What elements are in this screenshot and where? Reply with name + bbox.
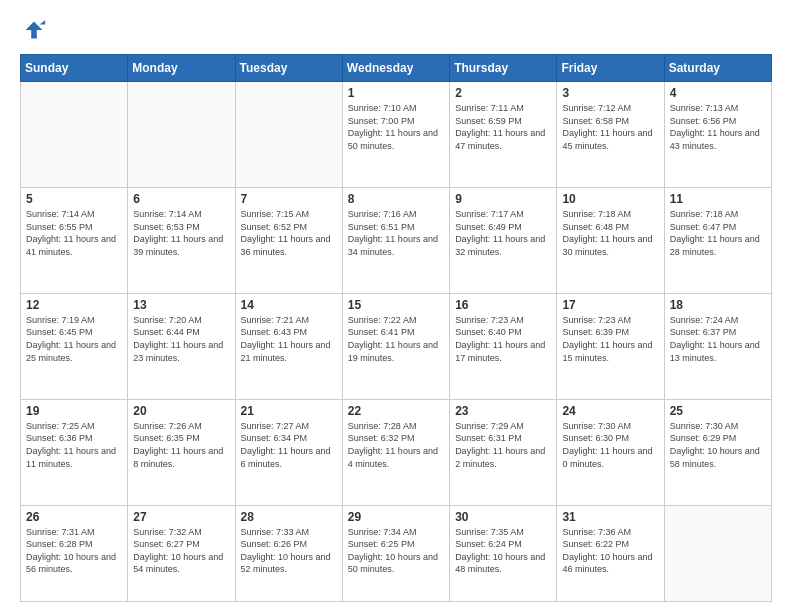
- calendar-header-thursday: Thursday: [450, 55, 557, 82]
- calendar-cell-4-6: 24Sunrise: 7:30 AMSunset: 6:30 PMDayligh…: [557, 399, 664, 505]
- calendar-cell-2-1: 5Sunrise: 7:14 AMSunset: 6:55 PMDaylight…: [21, 187, 128, 293]
- header: [20, 16, 772, 44]
- day-detail: Sunrise: 7:17 AMSunset: 6:49 PMDaylight:…: [455, 208, 551, 258]
- calendar-cell-5-1: 26Sunrise: 7:31 AMSunset: 6:28 PMDayligh…: [21, 505, 128, 601]
- day-detail: Sunrise: 7:28 AMSunset: 6:32 PMDaylight:…: [348, 420, 444, 470]
- calendar-week-1: 1Sunrise: 7:10 AMSunset: 7:00 PMDaylight…: [21, 82, 772, 188]
- calendar-cell-2-6: 10Sunrise: 7:18 AMSunset: 6:48 PMDayligh…: [557, 187, 664, 293]
- day-detail: Sunrise: 7:15 AMSunset: 6:52 PMDaylight:…: [241, 208, 337, 258]
- calendar-cell-3-1: 12Sunrise: 7:19 AMSunset: 6:45 PMDayligh…: [21, 293, 128, 399]
- day-detail: Sunrise: 7:19 AMSunset: 6:45 PMDaylight:…: [26, 314, 122, 364]
- day-number: 8: [348, 192, 444, 206]
- day-detail: Sunrise: 7:16 AMSunset: 6:51 PMDaylight:…: [348, 208, 444, 258]
- day-number: 23: [455, 404, 551, 418]
- day-detail: Sunrise: 7:18 AMSunset: 6:48 PMDaylight:…: [562, 208, 658, 258]
- day-detail: Sunrise: 7:13 AMSunset: 6:56 PMDaylight:…: [670, 102, 766, 152]
- day-detail: Sunrise: 7:12 AMSunset: 6:58 PMDaylight:…: [562, 102, 658, 152]
- calendar-cell-3-4: 15Sunrise: 7:22 AMSunset: 6:41 PMDayligh…: [342, 293, 449, 399]
- day-number: 27: [133, 510, 229, 524]
- calendar-cell-4-2: 20Sunrise: 7:26 AMSunset: 6:35 PMDayligh…: [128, 399, 235, 505]
- logo: [20, 16, 52, 44]
- calendar-cell-5-5: 30Sunrise: 7:35 AMSunset: 6:24 PMDayligh…: [450, 505, 557, 601]
- day-number: 10: [562, 192, 658, 206]
- day-detail: Sunrise: 7:11 AMSunset: 6:59 PMDaylight:…: [455, 102, 551, 152]
- day-number: 31: [562, 510, 658, 524]
- day-detail: Sunrise: 7:10 AMSunset: 7:00 PMDaylight:…: [348, 102, 444, 152]
- calendar-cell-3-2: 13Sunrise: 7:20 AMSunset: 6:44 PMDayligh…: [128, 293, 235, 399]
- day-detail: Sunrise: 7:29 AMSunset: 6:31 PMDaylight:…: [455, 420, 551, 470]
- calendar-cell-1-5: 2Sunrise: 7:11 AMSunset: 6:59 PMDaylight…: [450, 82, 557, 188]
- calendar-cell-4-3: 21Sunrise: 7:27 AMSunset: 6:34 PMDayligh…: [235, 399, 342, 505]
- day-number: 24: [562, 404, 658, 418]
- calendar-cell-2-7: 11Sunrise: 7:18 AMSunset: 6:47 PMDayligh…: [664, 187, 771, 293]
- calendar-header-saturday: Saturday: [664, 55, 771, 82]
- day-number: 22: [348, 404, 444, 418]
- calendar-cell-5-7: [664, 505, 771, 601]
- day-number: 26: [26, 510, 122, 524]
- day-number: 29: [348, 510, 444, 524]
- calendar-cell-1-2: [128, 82, 235, 188]
- day-detail: Sunrise: 7:33 AMSunset: 6:26 PMDaylight:…: [241, 526, 337, 576]
- day-number: 15: [348, 298, 444, 312]
- calendar-header-wednesday: Wednesday: [342, 55, 449, 82]
- logo-icon: [20, 16, 48, 44]
- day-number: 25: [670, 404, 766, 418]
- day-number: 28: [241, 510, 337, 524]
- calendar-table: SundayMondayTuesdayWednesdayThursdayFrid…: [20, 54, 772, 602]
- day-detail: Sunrise: 7:30 AMSunset: 6:30 PMDaylight:…: [562, 420, 658, 470]
- day-detail: Sunrise: 7:25 AMSunset: 6:36 PMDaylight:…: [26, 420, 122, 470]
- calendar-cell-5-2: 27Sunrise: 7:32 AMSunset: 6:27 PMDayligh…: [128, 505, 235, 601]
- day-number: 1: [348, 86, 444, 100]
- calendar-header-friday: Friday: [557, 55, 664, 82]
- calendar-cell-1-6: 3Sunrise: 7:12 AMSunset: 6:58 PMDaylight…: [557, 82, 664, 188]
- day-number: 6: [133, 192, 229, 206]
- calendar-cell-3-5: 16Sunrise: 7:23 AMSunset: 6:40 PMDayligh…: [450, 293, 557, 399]
- day-number: 11: [670, 192, 766, 206]
- day-detail: Sunrise: 7:20 AMSunset: 6:44 PMDaylight:…: [133, 314, 229, 364]
- calendar-cell-1-3: [235, 82, 342, 188]
- calendar-cell-4-4: 22Sunrise: 7:28 AMSunset: 6:32 PMDayligh…: [342, 399, 449, 505]
- day-number: 30: [455, 510, 551, 524]
- day-number: 13: [133, 298, 229, 312]
- day-detail: Sunrise: 7:14 AMSunset: 6:53 PMDaylight:…: [133, 208, 229, 258]
- day-number: 16: [455, 298, 551, 312]
- calendar-header-sunday: Sunday: [21, 55, 128, 82]
- day-number: 2: [455, 86, 551, 100]
- day-detail: Sunrise: 7:23 AMSunset: 6:39 PMDaylight:…: [562, 314, 658, 364]
- day-detail: Sunrise: 7:22 AMSunset: 6:41 PMDaylight:…: [348, 314, 444, 364]
- day-number: 4: [670, 86, 766, 100]
- calendar-cell-3-6: 17Sunrise: 7:23 AMSunset: 6:39 PMDayligh…: [557, 293, 664, 399]
- calendar-cell-1-7: 4Sunrise: 7:13 AMSunset: 6:56 PMDaylight…: [664, 82, 771, 188]
- calendar-header-monday: Monday: [128, 55, 235, 82]
- day-detail: Sunrise: 7:32 AMSunset: 6:27 PMDaylight:…: [133, 526, 229, 576]
- calendar-cell-1-1: [21, 82, 128, 188]
- day-number: 3: [562, 86, 658, 100]
- day-number: 21: [241, 404, 337, 418]
- day-number: 18: [670, 298, 766, 312]
- calendar-cell-5-6: 31Sunrise: 7:36 AMSunset: 6:22 PMDayligh…: [557, 505, 664, 601]
- calendar-cell-3-7: 18Sunrise: 7:24 AMSunset: 6:37 PMDayligh…: [664, 293, 771, 399]
- calendar-cell-3-3: 14Sunrise: 7:21 AMSunset: 6:43 PMDayligh…: [235, 293, 342, 399]
- day-number: 12: [26, 298, 122, 312]
- day-detail: Sunrise: 7:26 AMSunset: 6:35 PMDaylight:…: [133, 420, 229, 470]
- calendar-cell-4-7: 25Sunrise: 7:30 AMSunset: 6:29 PMDayligh…: [664, 399, 771, 505]
- calendar-week-4: 19Sunrise: 7:25 AMSunset: 6:36 PMDayligh…: [21, 399, 772, 505]
- day-detail: Sunrise: 7:34 AMSunset: 6:25 PMDaylight:…: [348, 526, 444, 576]
- day-number: 20: [133, 404, 229, 418]
- calendar-cell-2-5: 9Sunrise: 7:17 AMSunset: 6:49 PMDaylight…: [450, 187, 557, 293]
- day-detail: Sunrise: 7:18 AMSunset: 6:47 PMDaylight:…: [670, 208, 766, 258]
- day-detail: Sunrise: 7:31 AMSunset: 6:28 PMDaylight:…: [26, 526, 122, 576]
- page: SundayMondayTuesdayWednesdayThursdayFrid…: [0, 0, 792, 612]
- calendar-header-tuesday: Tuesday: [235, 55, 342, 82]
- calendar-cell-5-3: 28Sunrise: 7:33 AMSunset: 6:26 PMDayligh…: [235, 505, 342, 601]
- calendar-cell-2-4: 8Sunrise: 7:16 AMSunset: 6:51 PMDaylight…: [342, 187, 449, 293]
- day-number: 5: [26, 192, 122, 206]
- day-detail: Sunrise: 7:23 AMSunset: 6:40 PMDaylight:…: [455, 314, 551, 364]
- day-detail: Sunrise: 7:24 AMSunset: 6:37 PMDaylight:…: [670, 314, 766, 364]
- calendar-header-row: SundayMondayTuesdayWednesdayThursdayFrid…: [21, 55, 772, 82]
- calendar-cell-4-5: 23Sunrise: 7:29 AMSunset: 6:31 PMDayligh…: [450, 399, 557, 505]
- calendar-cell-2-2: 6Sunrise: 7:14 AMSunset: 6:53 PMDaylight…: [128, 187, 235, 293]
- day-number: 9: [455, 192, 551, 206]
- day-number: 14: [241, 298, 337, 312]
- day-detail: Sunrise: 7:35 AMSunset: 6:24 PMDaylight:…: [455, 526, 551, 576]
